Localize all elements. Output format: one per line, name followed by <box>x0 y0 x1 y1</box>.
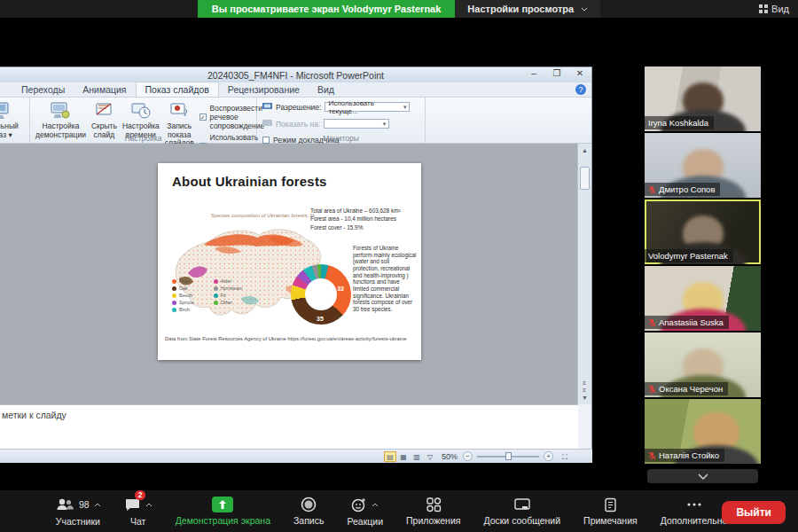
legend-item: Birch <box>172 307 194 312</box>
vertical-scrollbar[interactable]: ▲ ▼ <box>577 144 591 404</box>
group-label-monitors: Мониторы <box>257 134 425 143</box>
legend-swatch <box>172 308 176 312</box>
zoom-knob[interactable] <box>505 452 512 460</box>
tab-review[interactable]: Рецензирование <box>219 82 309 97</box>
chat-button[interactable]: 2 Чат <box>124 496 153 527</box>
legend-item: Other <box>214 300 243 305</box>
participant-strip: Iryna Koshkalda Дмитро Сопов Volodymyr P… <box>645 66 761 483</box>
view-button[interactable]: Вид <box>759 0 789 18</box>
fit-to-window-icon[interactable]: ⛶ <box>559 451 571 462</box>
resolution-dropdown[interactable]: Использовать текуще...▾ <box>325 102 410 112</box>
help-icon[interactable]: ? <box>575 84 586 95</box>
whiteboards-button[interactable]: Доски сообщений <box>483 497 560 526</box>
view-settings-dropdown[interactable]: Настройки просмотра <box>455 0 600 18</box>
share-screen-label: Демонстрация экрана <box>176 515 270 526</box>
slideshow-view-icon[interactable]: ▽ <box>424 451 436 462</box>
window-titlebar[interactable]: 20240305_FM4NFI - Microsoft PowerPoint –… <box>0 67 591 82</box>
participants-label: Участники <box>56 516 100 527</box>
more-icon <box>685 497 703 512</box>
record-icon <box>301 497 317 512</box>
whiteboard-icon <box>513 497 531 512</box>
reactions-button[interactable]: Реакции <box>347 496 383 527</box>
show-on-dropdown[interactable]: ▾ <box>324 119 389 129</box>
legend-swatch <box>214 279 218 284</box>
share-screen-button[interactable]: Демонстрация экрана <box>176 497 270 526</box>
custom-show-label: извольный показ ▾ <box>0 122 24 139</box>
tab-slideshow[interactable]: Показ слайдов <box>136 82 219 97</box>
chevron-up-icon[interactable] <box>94 503 101 507</box>
meeting-toolbar: 98 Участники 2 Чат Демонстрация экрана З… <box>0 490 798 532</box>
window-controls: – ❐ ✕ <box>526 68 588 78</box>
resolution-row: Разрешение: Использовать текуще...▾ <box>262 102 410 112</box>
tab-animation[interactable]: Анимация <box>74 82 135 97</box>
view-button-label: Вид <box>771 4 789 14</box>
tab-transitions[interactable]: Переходы <box>12 82 74 97</box>
chevron-up-icon[interactable] <box>372 503 379 507</box>
zoom-level: 50% <box>442 452 458 461</box>
participant-tile[interactable]: Дмитро Сопов <box>645 133 761 198</box>
participant-name: Iryna Koshkalda <box>645 116 714 129</box>
zoom-in-icon[interactable]: + <box>544 451 553 461</box>
clock-slide-icon <box>130 101 152 121</box>
screen-share-banner: Вы просматриваете экран Volodymyr Paster… <box>198 0 456 18</box>
ribbon-group-setup: Настройка демонстрации Скрыть слайд Наст… <box>30 98 257 143</box>
normal-view-icon[interactable]: ▤ <box>384 451 396 462</box>
powerpoint-window: 20240305_FM4NFI - Microsoft PowerPoint –… <box>0 66 592 462</box>
leave-button[interactable]: Выйти <box>722 501 786 524</box>
minimize-button[interactable]: – <box>526 68 542 78</box>
mic-off-icon <box>648 385 656 394</box>
zoom-out-icon[interactable]: − <box>463 451 473 461</box>
notes-pane[interactable]: метки к слайду <box>0 404 578 449</box>
participant-tile[interactable]: Наталія Стойко <box>645 399 761 464</box>
legend-swatch <box>172 279 176 284</box>
monitor-play-icon <box>0 101 11 121</box>
mic-off-icon <box>648 451 656 460</box>
legend-item: Pine <box>172 278 194 284</box>
participant-tile[interactable]: Iryna Koshkalda <box>645 66 761 131</box>
slide-sorter-icon[interactable]: ▦ <box>397 451 410 462</box>
apps-icon <box>426 497 442 512</box>
chevron-down-icon <box>581 7 588 12</box>
slide[interactable]: About Ukrainian forests Species composit… <box>158 163 421 360</box>
slide-paragraph: Forests of Ukraine perform mainly ecolog… <box>353 245 417 313</box>
participant-name: Наталія Стойко <box>645 449 724 462</box>
scrollbar-thumb[interactable] <box>580 167 590 190</box>
participant-tile-active-speaker[interactable]: Volodymyr Pasternak <box>645 200 761 264</box>
tab-view[interactable]: Вид <box>309 82 343 97</box>
scroll-up-icon[interactable]: ▲ <box>580 145 590 155</box>
restore-button[interactable]: ❐ <box>549 68 565 78</box>
record-button[interactable]: Запись <box>293 497 324 526</box>
participants-count: 98 <box>79 499 90 510</box>
legend-swatch <box>172 293 176 298</box>
resolution-value: Использовать текуще... <box>328 99 403 115</box>
slide-nav-buttons[interactable]: ≡≡ <box>577 379 591 395</box>
zoom-track[interactable] <box>477 456 539 458</box>
slide-source: Data from State Forest Resources Agency … <box>165 336 413 343</box>
legend-item: Hornbeam <box>214 286 243 291</box>
show-on-icon <box>262 120 272 128</box>
participant-tile[interactable]: Anastasiia Suska <box>645 266 761 331</box>
view-settings-label: Настройки просмотра <box>467 4 574 14</box>
participant-tile[interactable]: Оксана Черечон <box>645 332 761 397</box>
notes-label: Примечания <box>583 515 638 526</box>
show-on-label: Показать на: <box>276 120 320 129</box>
mic-off-icon <box>648 318 656 327</box>
close-button[interactable]: ✕ <box>572 68 588 78</box>
participants-button[interactable]: 98 Участники <box>55 496 101 527</box>
fact-total-area: Total area of Ukraine – 603,628 km² <box>310 207 419 215</box>
legend-item: Alder <box>214 278 243 284</box>
more-button[interactable]: Дополнительно <box>661 497 728 526</box>
collapse-strip-button[interactable] <box>647 469 758 483</box>
custom-show-button[interactable]: извольный показ ▾ <box>0 100 24 139</box>
participant-name: Оксана Черечон <box>645 382 728 395</box>
group-label-setup: Настройка <box>30 134 256 143</box>
apps-button[interactable]: Приложения <box>406 497 460 526</box>
zoom-top-bar: Вы просматриваете экран Volodymyr Paster… <box>0 0 798 18</box>
notes-button[interactable]: Примечания <box>583 497 638 526</box>
mic-off-icon <box>648 185 656 194</box>
legend-swatch <box>172 301 176 305</box>
reading-view-icon[interactable]: ▥ <box>411 451 423 462</box>
zoom-app-window: Вы просматриваете экран Volodymyr Paster… <box>0 0 798 532</box>
reactions-label: Реакции <box>347 516 383 527</box>
chevron-up-icon[interactable] <box>145 503 153 507</box>
